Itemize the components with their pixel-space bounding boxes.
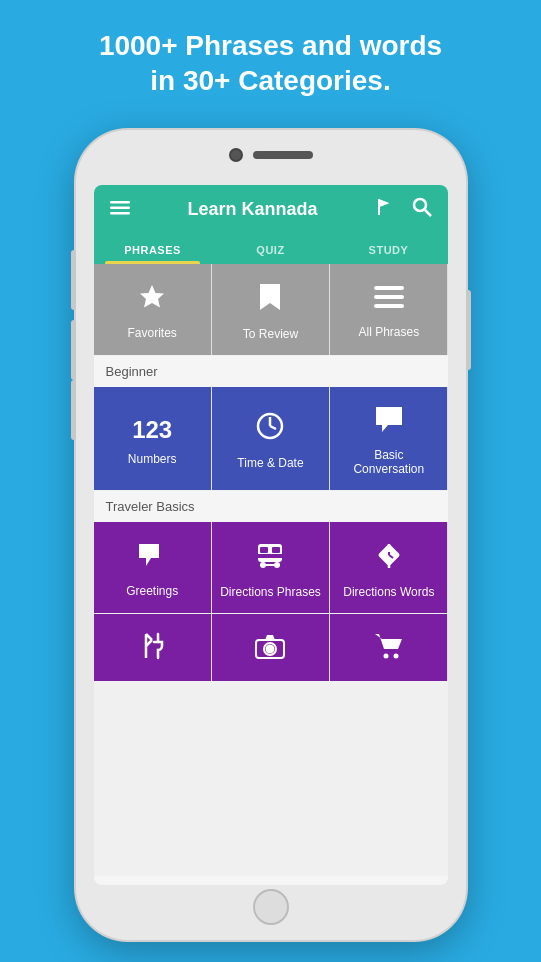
to-review-label: To Review: [243, 327, 298, 341]
tab-study[interactable]: STUDY: [330, 234, 448, 264]
traveler-grid: Greetings: [94, 522, 448, 613]
svg-rect-8: [374, 295, 404, 299]
grid-item-greetings[interactable]: Greetings: [94, 522, 211, 613]
grid-item-time-date[interactable]: Time & Date: [212, 387, 329, 490]
cart-icon: [374, 632, 404, 667]
chat-icon: [374, 405, 404, 440]
headline-line2: in 30+ Categories.: [150, 65, 390, 96]
headline: 1000+ Phrases and words in 30+ Categorie…: [0, 0, 541, 118]
svg-marker-6: [140, 285, 164, 308]
favorites-label: Favorites: [127, 326, 176, 340]
grid-item-camera[interactable]: [212, 614, 329, 681]
svg-rect-7: [374, 286, 404, 290]
svg-point-33: [393, 654, 398, 659]
headline-line1: 1000+ Phrases and words: [99, 30, 442, 61]
app-title: Learn Kannada: [142, 199, 364, 220]
phone-camera: [229, 148, 243, 162]
tab-quiz[interactable]: QUIZ: [212, 234, 330, 264]
tab-phrases[interactable]: PHRASES: [94, 234, 212, 264]
grid-item-food[interactable]: [94, 614, 211, 681]
all-phrases-label: All Phrases: [358, 325, 419, 339]
svg-point-31: [267, 646, 274, 653]
grid-item-favorites[interactable]: Favorites: [94, 264, 211, 355]
svg-point-4: [414, 199, 426, 211]
app-header: Learn Kannada: [94, 185, 448, 264]
bus-icon: [255, 540, 285, 577]
svg-point-17: [260, 562, 266, 568]
svg-point-32: [383, 654, 388, 659]
app-toolbar: Learn Kannada: [94, 185, 448, 234]
svg-rect-2: [110, 212, 130, 215]
time-date-label: Time & Date: [237, 456, 303, 470]
app-content: Favorites To Review: [94, 264, 448, 876]
section-header-beginner: Beginner: [94, 356, 448, 387]
app-tabs: PHRASES QUIZ STUDY: [94, 234, 448, 264]
utensils-icon: [138, 632, 166, 667]
flag-icon[interactable]: [372, 195, 400, 224]
bookmark-icon: [258, 282, 282, 319]
directions-phrases-label: Directions Phrases: [220, 585, 321, 599]
grid-item-basic-conversation[interactable]: Basic Conversation: [330, 387, 447, 490]
svg-rect-1: [110, 207, 130, 210]
svg-point-18: [274, 562, 280, 568]
grid-item-directions-words[interactable]: Directions Words: [330, 522, 447, 613]
phone-camera-area: [229, 148, 313, 162]
svg-rect-15: [260, 547, 268, 553]
star-icon: [138, 283, 166, 318]
svg-line-5: [425, 210, 431, 216]
speech-icon: [137, 541, 167, 576]
phone-speaker: [253, 151, 313, 159]
grid-item-numbers[interactable]: 123 Numbers: [94, 387, 211, 490]
phone-shell: Learn Kannada: [76, 130, 466, 940]
svg-rect-9: [374, 304, 404, 308]
greetings-label: Greetings: [126, 584, 178, 598]
svg-line-12: [270, 426, 276, 429]
bottom-grid: [94, 614, 448, 681]
svg-rect-16: [272, 547, 280, 553]
list-icon: [374, 285, 404, 317]
top-grid: Favorites To Review: [94, 264, 448, 355]
direction-sign-icon: [374, 540, 404, 577]
numbers-label: Numbers: [128, 452, 177, 466]
section-header-traveler: Traveler Basics: [94, 491, 448, 522]
svg-rect-14: [258, 554, 282, 558]
phone-home-button[interactable]: [253, 889, 289, 925]
camera-icon: [255, 633, 285, 666]
svg-rect-0: [110, 201, 130, 204]
phone-device: Learn Kannada: [76, 130, 466, 940]
grid-item-to-review[interactable]: To Review: [212, 264, 329, 355]
basic-conversation-label: Basic Conversation: [338, 448, 439, 476]
phone-screen: Learn Kannada: [94, 185, 448, 885]
beginner-grid: 123 Numbers Time & Date: [94, 387, 448, 490]
numbers-icon: 123: [132, 416, 172, 444]
grid-item-all-phrases[interactable]: All Phrases: [330, 264, 447, 355]
search-icon[interactable]: [408, 195, 436, 224]
grid-item-shopping[interactable]: [330, 614, 447, 681]
directions-words-label: Directions Words: [343, 585, 434, 599]
grid-item-directions-phrases[interactable]: Directions Phrases: [212, 522, 329, 613]
menu-icon[interactable]: [106, 197, 134, 222]
clock-icon: [255, 411, 285, 448]
